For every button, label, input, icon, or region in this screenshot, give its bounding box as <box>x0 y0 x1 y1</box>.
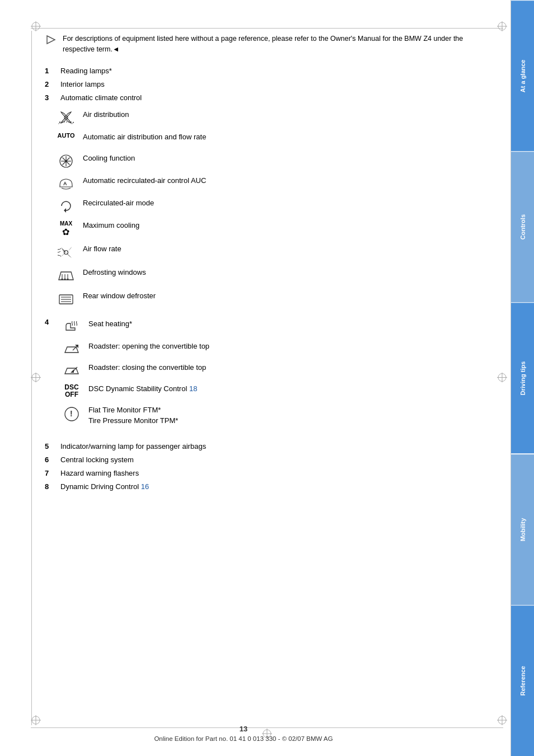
sidebar-tab-mobility[interactable]: Mobility <box>511 454 534 605</box>
item-number-5: 5 <box>45 442 55 452</box>
rear-defrost-label: Rear window defroster <box>83 290 156 301</box>
close-top-icon <box>62 363 82 377</box>
airflow-icon <box>56 244 76 261</box>
list-item-7: 7 Hazard warning flashers <box>45 468 483 478</box>
climate-row-defrost: Defrosting windows <box>56 266 483 284</box>
dsc-icon: DSC OFF <box>62 384 82 398</box>
section4-ftm: ! Flat Tire Monitor FTM* Tire Pressure M… <box>62 404 483 425</box>
climate-section: ↗ ↗ Air distribution AUTO Automatic air … <box>56 109 483 308</box>
svg-marker-33 <box>64 208 66 213</box>
ddc-link[interactable]: 16 <box>141 482 149 491</box>
cooling-icon <box>56 153 76 169</box>
item-label-7: Hazard warning flashers <box>60 468 139 478</box>
recirc-label: Recirculated-air mode <box>83 197 154 208</box>
list-item-1: 1 Reading lamps* <box>45 66 483 76</box>
climate-row-airflow: Air flow rate <box>56 243 483 261</box>
section4-close-top: Roadster: closing the convertible top <box>62 361 483 377</box>
item-label-5: Indicator/warning lamp for passenger air… <box>60 442 206 452</box>
intro-box: For descriptions of equipment listed her… <box>45 34 483 55</box>
sidebar-tab-driving-tips[interactable]: Driving tips <box>511 302 534 453</box>
svg-text:↗: ↗ <box>71 121 74 125</box>
climate-row-max: MAX ✿ Maximum cooling <box>56 219 483 237</box>
item-label-3: Automatic climate control <box>60 93 142 103</box>
list-item-5: 5 Indicator/warning lamp for passenger a… <box>45 442 483 452</box>
bottom-items: 5 Indicator/warning lamp for passenger a… <box>45 442 483 492</box>
svg-text:A: A <box>63 181 67 186</box>
item-label-1: Reading lamps* <box>60 66 112 76</box>
sidebar-tab-at-glance[interactable]: At a glance <box>511 0 534 151</box>
auto-label: Automatic air distribution and flow rate <box>83 131 206 142</box>
cooling-label: Cooling function <box>83 152 135 163</box>
section4-number: 4 <box>45 318 55 326</box>
max-label: Maximum cooling <box>83 219 139 231</box>
footer-text: Online Edition for Part no. 01 41 0 013 … <box>0 735 487 742</box>
section4-dsc: DSC OFF DSC Dynamic Stability Control 18 <box>62 383 483 398</box>
auc-icon: A <box>56 176 76 191</box>
page-footer: 13 Online Edition for Part no. 01 41 0 0… <box>0 725 487 742</box>
airflow-label: Air flow rate <box>83 243 121 254</box>
svg-marker-48 <box>71 369 74 373</box>
intro-text: For descriptions of equipment listed her… <box>63 34 483 55</box>
svg-marker-21 <box>47 36 55 44</box>
air-distribution-label: Air distribution <box>83 109 129 120</box>
item-number-1: 1 <box>45 66 55 76</box>
tab-reference-label: Reference <box>519 666 526 696</box>
list-item-6: 6 Central locking system <box>45 455 483 465</box>
section4-seat-heat: Seat heating* <box>62 318 483 335</box>
item-number-8: 8 <box>45 482 55 492</box>
open-top-label: Roadster: opening the convertible top <box>88 340 209 351</box>
climate-row-auc: A Automatic recirculated-air control AUC <box>56 175 483 191</box>
triangle-icon <box>45 34 57 55</box>
tab-controls-label: Controls <box>519 214 526 240</box>
close-top-label: Roadster: closing the convertible top <box>88 361 206 373</box>
dsc-label-text: DSC Dynamic Stability Control 18 <box>88 383 197 394</box>
tab-driving-tips-label: Driving tips <box>519 361 526 396</box>
list-item-3: 3 Automatic climate control <box>45 93 483 103</box>
item-number-3: 3 <box>45 93 55 103</box>
svg-text:!: ! <box>70 409 73 418</box>
seat-heat-label: Seat heating* <box>88 318 132 329</box>
section4-container: 4 <box>45 318 483 431</box>
auto-icon: AUTO <box>56 132 76 139</box>
item-label-8: Dynamic Driving Control 16 <box>60 482 149 492</box>
max-icon: MAX ✿ <box>56 220 76 237</box>
tab-at-glance-label: At a glance <box>519 59 526 92</box>
ftm-line1: Flat Tire Monitor FTM* <box>88 405 178 415</box>
ftm-label: Flat Tire Monitor FTM* Tire Pressure Mon… <box>88 404 178 425</box>
item-label-6: Central locking system <box>60 455 134 465</box>
defrost-icon <box>56 267 76 284</box>
svg-text:↗: ↗ <box>58 121 61 125</box>
sidebar-tab-controls[interactable]: Controls <box>511 151 534 302</box>
rear-defrost-icon <box>56 291 76 308</box>
dsc-link[interactable]: 18 <box>189 384 197 393</box>
climate-row-rear-defrost: Rear window defroster <box>56 290 483 308</box>
main-content: For descriptions of equipment listed her… <box>0 0 510 756</box>
air-distribution-icon: ↗ ↗ <box>56 110 76 125</box>
climate-row-auto: AUTO Automatic air distribution and flow… <box>56 131 483 147</box>
climate-row-recirc: Recirculated-air mode <box>56 197 483 214</box>
svg-point-31 <box>65 160 67 162</box>
climate-row-cooling: Cooling function <box>56 152 483 169</box>
recirc-icon <box>56 198 76 214</box>
section4-open-top: Roadster: opening the convertible top <box>62 340 483 356</box>
open-top-icon <box>62 341 82 356</box>
item-number-6: 6 <box>45 455 55 465</box>
right-sidebar: At a glance Controls Driving tips Mobili… <box>510 0 534 756</box>
ftm-line2: Tire Pressure Monitor TPM* <box>88 416 178 426</box>
item-number-7: 7 <box>45 468 55 478</box>
defrost-label: Defrosting windows <box>83 266 146 278</box>
item-label-2: Interior lamps <box>60 79 105 90</box>
tab-mobility-label: Mobility <box>519 518 526 541</box>
page-container: For descriptions of equipment listed her… <box>0 0 534 756</box>
seat-heat-icon <box>62 319 82 335</box>
auc-label: Automatic recirculated-air control AUC <box>83 175 206 186</box>
page-number: 13 <box>0 725 487 733</box>
ftm-icon: ! <box>62 405 82 422</box>
list-item-8: 8 Dynamic Driving Control 16 <box>45 482 483 492</box>
item-number-2: 2 <box>45 79 55 90</box>
sidebar-tab-reference[interactable]: Reference <box>511 605 534 756</box>
climate-row-air-dist: ↗ ↗ Air distribution <box>56 109 483 125</box>
list-item-2: 2 Interior lamps <box>45 79 483 90</box>
